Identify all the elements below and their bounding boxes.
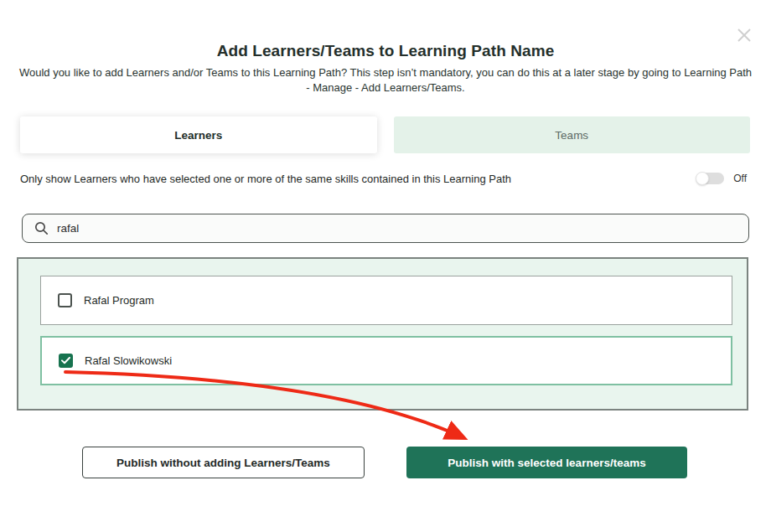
checkbox-unchecked[interactable] (58, 293, 72, 307)
learner-results-list: Rafal Program Rafal Slowikowski (17, 257, 748, 411)
close-button[interactable] (736, 27, 753, 44)
check-icon (61, 357, 70, 364)
modal-title: Add Learners/Teams to Learning Path Name (0, 42, 771, 60)
learner-row-rafal-program[interactable]: Rafal Program (40, 276, 732, 325)
add-learners-modal: Add Learners/Teams to Learning Path Name… (0, 0, 771, 532)
learner-row-rafal-slowikowski[interactable]: Rafal Slowikowski (40, 336, 732, 385)
toggle-knob (696, 172, 709, 185)
skills-filter-toggle-group: Off (697, 173, 747, 184)
publish-with-selected-button[interactable]: Publish with selected learners/teams (406, 447, 687, 478)
tab-teams[interactable]: Teams (394, 116, 751, 153)
learner-name: Rafal Slowikowski (85, 354, 172, 367)
skills-filter-row: Only show Learners who have selected one… (20, 168, 751, 189)
modal-description: Would you like to add Learners and/or Te… (17, 65, 754, 96)
close-icon (737, 28, 752, 43)
tab-learners[interactable]: Learners (20, 116, 377, 153)
search-input[interactable] (57, 222, 711, 235)
checkbox-checked[interactable] (59, 354, 73, 368)
learner-name: Rafal Program (84, 294, 154, 307)
tab-bar: Learners Teams (20, 116, 750, 153)
search-icon (34, 221, 49, 235)
skills-filter-label: Only show Learners who have selected one… (20, 173, 511, 185)
toggle-state-label: Off (733, 173, 747, 184)
skills-filter-toggle[interactable] (697, 173, 724, 184)
search-box[interactable] (22, 214, 749, 243)
publish-without-button[interactable]: Publish without adding Learners/Teams (82, 447, 365, 478)
